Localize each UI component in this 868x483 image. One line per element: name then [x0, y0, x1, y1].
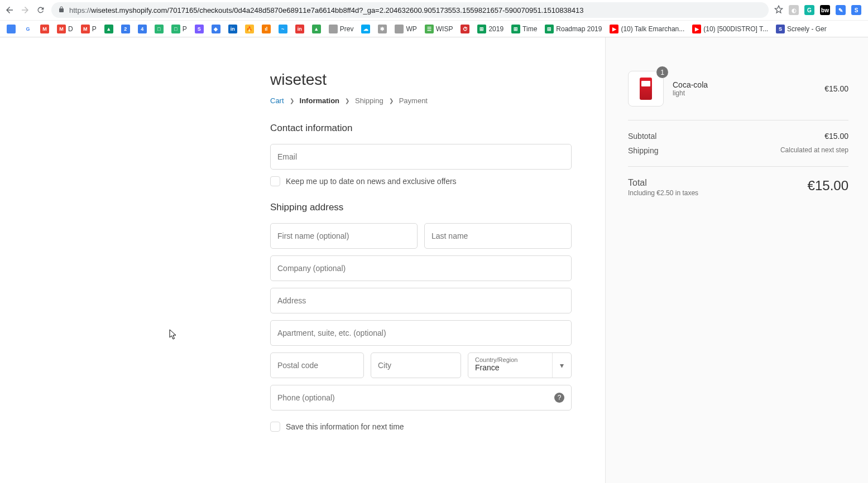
- total-tax: Including €2.50 in taxes: [628, 189, 698, 197]
- product-name: Coca-cola: [673, 80, 816, 89]
- bookmark-item[interactable]: 4: [136, 23, 149, 35]
- bookmark-item[interactable]: ⏱: [458, 23, 472, 35]
- bookmark-item[interactable]: S: [193, 23, 206, 35]
- bookmark-item[interactable]: ⊞2019: [475, 23, 506, 35]
- ext-icon-4[interactable]: ✎: [836, 5, 846, 15]
- product-variant: light: [673, 89, 816, 97]
- news-checkbox-label: Keep me up to date on news and exclusive…: [286, 177, 457, 186]
- apartment-field[interactable]: [271, 321, 571, 345]
- chevron-right-icon: ❯: [290, 98, 294, 104]
- breadcrumb-information: Information: [300, 96, 340, 105]
- chevron-right-icon: ❯: [389, 98, 394, 104]
- product-row: 1 Coca-cola light €15.00: [628, 71, 848, 120]
- url-text: https://wisetest.myshopify.com/7017165/c…: [69, 6, 584, 15]
- contact-info-title: Contact information: [270, 123, 572, 134]
- star-icon[interactable]: [774, 5, 783, 16]
- chevron-right-icon: ❯: [345, 98, 349, 104]
- subtotal-label: Subtotal: [628, 132, 656, 141]
- back-button[interactable]: [4, 5, 15, 15]
- phone-help-icon[interactable]: ?: [554, 393, 564, 403]
- breadcrumb-cart[interactable]: Cart: [270, 96, 284, 105]
- first-name-field[interactable]: [271, 224, 417, 248]
- store-name: wisetest: [270, 71, 572, 89]
- bookmark-item[interactable]: ☁: [359, 23, 372, 35]
- breadcrumb-shipping: Shipping: [355, 96, 383, 105]
- postal-code-field[interactable]: [271, 353, 363, 378]
- bookmark-item[interactable]: □P: [169, 23, 189, 35]
- save-info-checkbox[interactable]: [270, 422, 280, 432]
- bookmark-item[interactable]: G: [21, 23, 35, 35]
- bookmark-item[interactable]: ☰WISP: [423, 23, 455, 35]
- bookmark-item[interactable]: ⊞Time: [509, 23, 539, 35]
- browser-chrome: https://wisetest.myshopify.com/7017165/c…: [0, 0, 868, 37]
- bookmark-item[interactable]: MD: [55, 23, 75, 35]
- address-field[interactable]: [271, 288, 571, 313]
- total-value: €15.00: [808, 178, 848, 194]
- chevron-down-icon: ▾: [552, 353, 571, 378]
- ext-icon-1[interactable]: ◐: [789, 5, 799, 15]
- product-qty-badge: 1: [656, 66, 668, 78]
- bookmark-item[interactable]: in: [226, 23, 239, 35]
- order-summary: 1 Coca-cola light €15.00 Subtotal €15.00…: [606, 37, 868, 483]
- bookmark-item[interactable]: 2: [119, 23, 132, 35]
- company-field[interactable]: [271, 256, 571, 281]
- email-field[interactable]: [271, 144, 571, 169]
- bookmark-item[interactable]: [4, 23, 18, 35]
- last-name-field[interactable]: [425, 224, 571, 248]
- bookmark-item[interactable]: ◆: [209, 23, 223, 35]
- country-value: France: [475, 363, 564, 372]
- bookmark-item[interactable]: ıl: [260, 23, 273, 35]
- total-label: Total: [628, 178, 698, 188]
- bookmark-item[interactable]: ▲: [310, 23, 323, 35]
- reload-button[interactable]: [36, 5, 46, 15]
- bookmark-item[interactable]: WP: [392, 23, 419, 35]
- phone-field[interactable]: [271, 385, 571, 410]
- product-thumbnail: 1: [628, 71, 664, 107]
- bookmark-item[interactable]: ▶(10) Talk Emarchan...: [607, 23, 687, 35]
- subtotal-value: €15.00: [824, 132, 848, 141]
- bookmark-item[interactable]: ✱: [376, 23, 389, 35]
- breadcrumb: Cart ❯ Information ❯ Shipping ❯ Payment: [270, 96, 572, 105]
- product-price: €15.00: [824, 84, 848, 93]
- news-checkbox[interactable]: [270, 176, 280, 186]
- email-field-wrapper: [270, 144, 572, 170]
- bookmark-item[interactable]: ▲: [102, 23, 116, 35]
- bookmark-item[interactable]: SScreely - Ger: [774, 23, 829, 35]
- breadcrumb-payment: Payment: [399, 96, 428, 105]
- shipping-cost-value: Calculated at next step: [780, 146, 848, 155]
- bookmark-item[interactable]: □: [152, 23, 166, 35]
- ext-icon-5[interactable]: S: [851, 5, 861, 15]
- bookmarks-bar: GMMDMP▲24□□PS◆in🔥ıl~in▲Prev☁✱WP☰WISP⏱⊞20…: [0, 20, 868, 37]
- bookmark-item[interactable]: in: [293, 23, 306, 35]
- country-select[interactable]: Country/Region France ▾: [468, 352, 572, 378]
- bookmark-item[interactable]: M: [38, 23, 51, 35]
- ext-icon-3[interactable]: bw: [820, 5, 830, 15]
- address-bar[interactable]: https://wisetest.myshopify.com/7017165/c…: [51, 2, 769, 18]
- bookmark-item[interactable]: 🔥: [243, 23, 256, 35]
- bookmark-item[interactable]: ▶(10) [500DISTRO] T...: [690, 23, 770, 35]
- ext-icon-2[interactable]: G: [804, 5, 814, 15]
- city-field[interactable]: [371, 353, 461, 378]
- shipping-address-title: Shipping address: [270, 202, 572, 213]
- forward-button[interactable]: [20, 5, 30, 15]
- bookmark-item[interactable]: ~: [276, 23, 290, 35]
- bookmark-item[interactable]: ⊞Roadmap 2019: [543, 23, 604, 35]
- bookmark-item[interactable]: MP: [79, 23, 99, 35]
- bookmark-item[interactable]: Prev: [327, 23, 356, 35]
- country-label: Country/Region: [475, 356, 564, 363]
- save-info-label: Save this information for next time: [286, 422, 404, 431]
- lock-icon: [58, 6, 65, 15]
- shipping-cost-label: Shipping: [628, 146, 659, 155]
